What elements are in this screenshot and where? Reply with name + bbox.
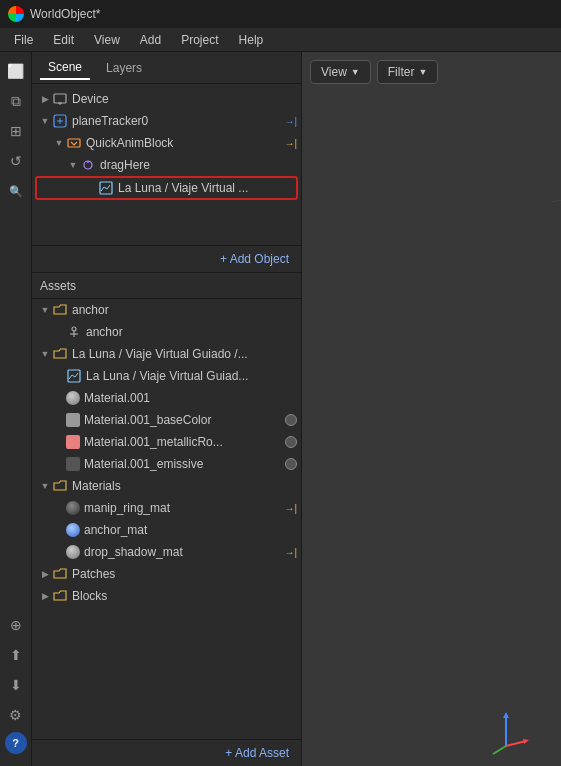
mat-base-status (285, 414, 297, 426)
menu-add[interactable]: Add (130, 31, 171, 49)
asset-drop-shadow[interactable]: drop_shadow_mat →| (32, 541, 301, 563)
asset-material-base[interactable]: Material.001_baseColor (32, 409, 301, 431)
expand-device[interactable]: ▶ (38, 92, 52, 106)
blocks-folder-icon (52, 588, 68, 604)
add-tool[interactable]: ⊕ (3, 612, 29, 638)
laluna-folder-icon (52, 346, 68, 362)
planetracker-label: planeTracker0 (72, 114, 280, 128)
device-icon (52, 91, 68, 107)
laluna-mesh-label: La Luna / Viaje Virtual Guiad... (86, 369, 297, 383)
app-title: WorldObject* (30, 7, 100, 21)
manip-ring-badge: →| (284, 503, 297, 514)
asset-laluna-mesh[interactable]: La Luna / Viaje Virtual Guiad... (32, 365, 301, 387)
undo-tool[interactable]: ↺ (3, 148, 29, 174)
anchor-folder-icon (52, 302, 68, 318)
drop-shadow-badge: →| (284, 547, 297, 558)
laluna-group-label: La Luna / Viaje Virtual Guiado /... (72, 347, 297, 361)
expand-patches-group[interactable]: ▶ (38, 567, 52, 581)
scene-node-device[interactable]: ▶ Device (32, 88, 301, 110)
svg-line-36 (493, 746, 506, 754)
material001-icon (66, 391, 80, 405)
quickanim-icon (66, 135, 82, 151)
asset-materials-group[interactable]: ▼ Materials (32, 475, 301, 497)
svg-line-34 (506, 741, 526, 746)
menu-file[interactable]: File (4, 31, 43, 49)
sliders-tool[interactable]: ⊞ (3, 118, 29, 144)
asset-patches-group[interactable]: ▶ Patches (32, 563, 301, 585)
anchor-node-icon (66, 324, 82, 340)
patches-folder-icon (52, 566, 68, 582)
svg-marker-35 (523, 739, 529, 744)
mat-base-label: Material.001_baseColor (84, 413, 285, 427)
monitor-tool[interactable]: ⬜ (3, 58, 29, 84)
view-button[interactable]: View ▼ (310, 60, 371, 84)
anchor-group-label: anchor (72, 303, 297, 317)
add-object-button[interactable]: + Add Object (32, 245, 301, 272)
svg-rect-0 (54, 94, 66, 103)
gear-tool[interactable]: ⚙ (3, 702, 29, 728)
planetracker-badge: →| (284, 116, 297, 127)
title-bar: WorldObject* (0, 0, 561, 28)
scene-node-quickanim[interactable]: ▼ QuickAnimBlock →| (32, 132, 301, 154)
mat-base-icon (66, 413, 80, 427)
draghere-label: dragHere (100, 158, 297, 172)
menu-project[interactable]: Project (171, 31, 228, 49)
menu-edit[interactable]: Edit (43, 31, 84, 49)
asset-anchor-group[interactable]: ▼ anchor (32, 299, 301, 321)
scene-node-planetracker[interactable]: ▼ planeTracker0 →| (32, 110, 301, 132)
app-logo (8, 6, 24, 22)
scene-node-draghere[interactable]: ▼ dragHere (32, 154, 301, 176)
asset-material-emissive[interactable]: Material.001_emissive (32, 453, 301, 475)
assets-panel: Assets ▼ anchor anchor (32, 273, 301, 766)
upload-tool[interactable]: ⬆ (3, 642, 29, 668)
expand-blocks-group[interactable]: ▶ (38, 589, 52, 603)
asset-anchor-mat[interactable]: anchor_mat (32, 519, 301, 541)
scene-tab[interactable]: Scene (40, 56, 90, 80)
asset-material-metallic[interactable]: Material.001_metallicRo... (32, 431, 301, 453)
asset-laluna-group[interactable]: ▼ La Luna / Viaje Virtual Guiado /... (32, 343, 301, 365)
help-tool[interactable]: ? (5, 732, 27, 754)
svg-point-8 (87, 161, 89, 163)
add-asset-button[interactable]: + Add Asset (32, 739, 301, 766)
svg-line-14 (302, 192, 561, 202)
scene-tree: ▶ Device ▼ planeTracker0 →| (32, 84, 301, 245)
asset-blocks-group[interactable]: ▶ Blocks (32, 585, 301, 607)
scene-panel-header: Scene Layers (32, 52, 301, 84)
asset-anchor-node[interactable]: anchor (32, 321, 301, 343)
menu-view[interactable]: View (84, 31, 130, 49)
download-tool[interactable]: ⬇ (3, 672, 29, 698)
mat-emissive-icon (66, 457, 80, 471)
manip-ring-label: manip_ring_mat (84, 501, 280, 515)
main-layout: ⬜ ⧉ ⊞ ↺ 🔍 ⊕ ⬆ ⬇ ⚙ ? Scene Layers ▶ (0, 52, 561, 766)
mat-emissive-status (285, 458, 297, 470)
expand-laluna-group[interactable]: ▼ (38, 347, 52, 361)
asset-manip-ring[interactable]: manip_ring_mat →| (32, 497, 301, 519)
expand-planetracker[interactable]: ▼ (38, 114, 52, 128)
menu-bar: File Edit View Add Project Help (0, 28, 561, 52)
anchor-mat-icon (66, 523, 80, 537)
menu-help[interactable]: Help (229, 31, 274, 49)
expand-draghere[interactable]: ▼ (66, 158, 80, 172)
axes-indicator (481, 706, 521, 746)
mat-emissive-label: Material.001_emissive (84, 457, 285, 471)
materials-folder-icon (52, 478, 68, 494)
drop-shadow-label: drop_shadow_mat (84, 545, 280, 559)
expand-materials-group[interactable]: ▼ (38, 479, 52, 493)
drop-shadow-icon (66, 545, 80, 559)
manip-ring-icon (66, 501, 80, 515)
tool-strip: ⬜ ⧉ ⊞ ↺ 🔍 ⊕ ⬆ ⬇ ⚙ ? (0, 52, 32, 766)
expand-quickanim[interactable]: ▼ (52, 136, 66, 150)
asset-material001[interactable]: Material.001 (32, 387, 301, 409)
filter-button[interactable]: Filter ▼ (377, 60, 439, 84)
viewport: View ▼ Filter ▼ (302, 52, 561, 766)
asset-tree: ▼ anchor anchor ▼ (32, 299, 301, 739)
mat-metallic-icon (66, 435, 80, 449)
search-tool[interactable]: 🔍 (3, 178, 29, 204)
expand-anchor-group[interactable]: ▼ (38, 303, 52, 317)
planetracker-icon (52, 113, 68, 129)
assets-header: Assets (32, 273, 301, 299)
layers-tool[interactable]: ⧉ (3, 88, 29, 114)
scene-node-laluna[interactable]: La Luna / Viaje Virtual ... (36, 177, 297, 199)
anchor-node-label: anchor (86, 325, 297, 339)
layers-tab[interactable]: Layers (98, 57, 150, 79)
